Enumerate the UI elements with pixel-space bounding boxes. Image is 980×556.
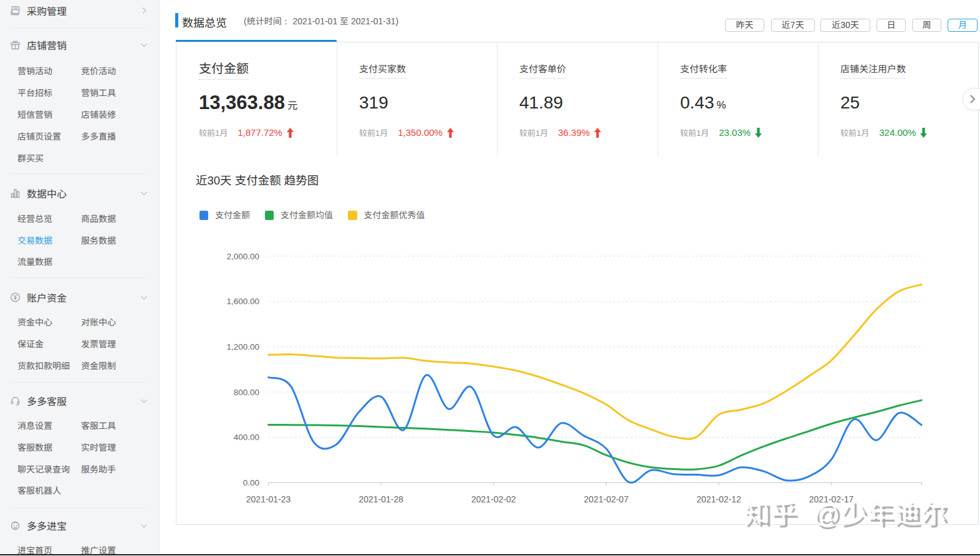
svg-text:1,200.00: 1,200.00	[226, 342, 259, 352]
svg-text:1,600.00: 1,600.00	[226, 297, 259, 306]
svg-text:2021-02-02: 2021-02-02	[471, 494, 516, 504]
svg-text:2021-01-23: 2021-01-23	[246, 494, 291, 504]
svg-text:2021-02-07: 2021-02-07	[584, 494, 629, 504]
svg-text:2021-01-28: 2021-01-28	[358, 494, 403, 504]
svg-text:2021-02-12: 2021-02-12	[696, 494, 741, 504]
svg-text:2,000.00: 2,000.00	[226, 252, 259, 261]
svg-text:400.00: 400.00	[234, 433, 259, 442]
svg-text:800.00: 800.00	[234, 388, 259, 397]
svg-text:0.00: 0.00	[243, 478, 259, 487]
